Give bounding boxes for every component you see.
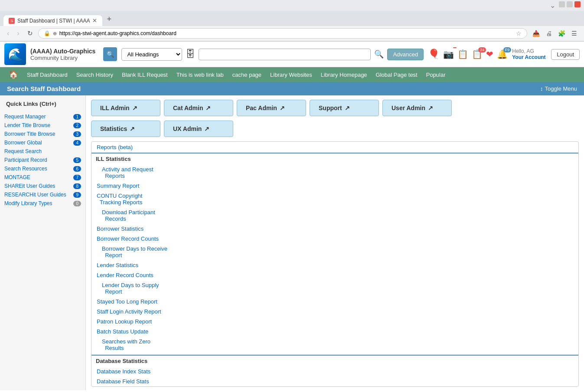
lender-statistics-link[interactable]: Lender Statistics (91, 260, 578, 270)
sidebar-link-request-search[interactable]: Request Search (4, 148, 42, 154)
borrower-days-link[interactable]: Borrower Days to Receive Report (91, 244, 578, 260)
toggle-menu-button[interactable]: ↕ Toggle Menu (540, 85, 577, 92)
activity-request-link[interactable]: Activity and Request Reports (91, 164, 578, 181)
logout-button[interactable]: Logout (551, 49, 580, 60)
patron-lookup-link[interactable]: Patron Lookup Report (91, 317, 578, 327)
batch-status-link[interactable]: Batch Status Update (91, 327, 578, 336)
maximize-button[interactable] (567, 1, 573, 7)
sidebar-link-montage[interactable]: MONTAGE (4, 174, 30, 180)
pac-admin-label: Pac Admin (246, 105, 277, 111)
lender-days-link[interactable]: Lender Days to Supply Report (91, 280, 578, 297)
user-admin-button[interactable]: User Admin ↗ (382, 100, 452, 116)
sidebar-item-search-resources[interactable]: Search Resources 6 (3, 164, 82, 173)
header-icons: 🎈 📷 📋 📋 24 ❤ 🔔 F9 (428, 49, 508, 60)
extensions-button[interactable]: 🧩 (555, 29, 568, 38)
sidebar-badge-5: 5 (73, 157, 81, 163)
nav-blank-ill[interactable]: Blank ILL Request (117, 69, 172, 81)
account-link[interactable]: Your Account (512, 54, 547, 60)
nav-global-page[interactable]: Global Page test (372, 69, 422, 81)
sidebar-item-lender-title[interactable]: Lender Title Browse 2 (3, 121, 82, 130)
db-field-stats-link[interactable]: Database Field Stats (91, 376, 578, 386)
sidebar-link-participant[interactable]: Participant Record (4, 157, 47, 163)
reload-button[interactable]: ↻ (25, 28, 36, 39)
sidebar-item-montage[interactable]: MONTAGE 7 (3, 173, 82, 182)
sidebar-link-search-resources[interactable]: Search Resources (4, 166, 47, 172)
sidebar-link-shareit[interactable]: SHAREit User Guides (4, 183, 55, 189)
nav-library-websites[interactable]: Library Websites (266, 69, 316, 81)
nav-staff-dashboard[interactable]: Staff Dashboard (23, 69, 72, 81)
back-button[interactable]: ‹ (4, 28, 12, 39)
sidebar-badge-6: 6 (73, 166, 81, 172)
database-icon[interactable]: 🗄 (184, 49, 197, 60)
address-bar[interactable]: 🔒 ⊕ ☆ (38, 28, 527, 39)
searches-zero-link[interactable]: Searches with Zero Results (91, 336, 578, 353)
support-button[interactable]: Support ↗ (310, 100, 379, 116)
borrower-record-counts-link[interactable]: Borrower Record Counts (91, 234, 578, 244)
sidebar-link-lender-title[interactable]: Lender Title Browse (4, 122, 50, 128)
ux-admin-button[interactable]: UX Admin ↗ (164, 121, 233, 137)
contu-copyright-link[interactable]: CONTU Copyright Tracking Reports (91, 191, 578, 207)
print-button[interactable]: 🖨 (543, 29, 555, 38)
minimize-button[interactable] (559, 1, 565, 7)
camera-icon[interactable]: 📷 (443, 49, 454, 59)
new-tab-button[interactable]: + (102, 13, 116, 26)
search-submit-button[interactable]: 🔍 (372, 48, 385, 61)
stayed-too-long-link[interactable]: Stayed Too Long Report (91, 297, 578, 307)
list-icon[interactable]: 📋 (457, 49, 468, 59)
dashboard-banner: Search Staff Dashboard ↕ Toggle Menu (0, 82, 584, 95)
balloon-icon[interactable]: 🎈 (428, 49, 440, 60)
tab-close-button[interactable]: ✕ (92, 17, 97, 24)
app-navbar: 🏠 Staff Dashboard Search History Blank I… (0, 67, 584, 82)
sidebar-item-shareit[interactable]: SHAREit User Guides 8 (3, 182, 82, 190)
star-icon[interactable]: ☆ (516, 30, 522, 37)
browser-tab[interactable]: S Staff Dashboard | STWI | AAAA ✕ (3, 15, 102, 26)
staff-login-link[interactable]: Staff Login Activity Report (91, 307, 578, 317)
pac-admin-button[interactable]: Pac Admin ↗ (237, 100, 306, 116)
heading-select[interactable]: All Headings (121, 48, 182, 61)
sidebar-item-modify-library[interactable]: Modify Library Types 0 (3, 199, 82, 208)
borrower-statistics-link[interactable]: Borrower Statistics (91, 224, 578, 234)
chevron-down-icon[interactable]: ⌄ (548, 1, 557, 10)
heart-icon[interactable]: ❤ (486, 49, 493, 59)
sidebar-badge-4: 4 (73, 140, 81, 146)
toggle-menu-label: Toggle Menu (545, 85, 577, 92)
summary-report-link[interactable]: Summary Report (91, 181, 578, 191)
statistics-button[interactable]: Statistics ↗ (91, 121, 160, 137)
ill-admin-button[interactable]: ILL Admin ↗ (91, 100, 160, 116)
nav-weblink[interactable]: This is web link lab (172, 69, 228, 81)
cat-admin-button[interactable]: Cat Admin ↗ (164, 100, 233, 116)
menu-button[interactable]: ☰ (569, 29, 580, 38)
sidebar-item-researchit[interactable]: RESEARCHit User Guides 9 (3, 190, 82, 199)
sidebar-item-request-manager[interactable]: Request Manager 1 (3, 112, 82, 121)
sidebar-link-borrower-global[interactable]: Borrower Global (4, 140, 42, 146)
nav-search-history[interactable]: Search History (72, 69, 117, 81)
advanced-search-button[interactable]: Advanced (387, 49, 424, 60)
bell-icon[interactable]: 🔔 F9 (497, 49, 508, 59)
search-icon-button[interactable]: 🔍 (103, 47, 117, 61)
lender-record-counts-link[interactable]: Lender Record Counts (91, 270, 578, 280)
search-input[interactable] (199, 49, 371, 60)
close-button[interactable] (574, 1, 581, 7)
sidebar-item-participant[interactable]: Participant Record 5 (3, 156, 82, 164)
download-participant-link[interactable]: Download Participant Records (91, 207, 578, 224)
sidebar-link-borrower-title[interactable]: Borrower Title Browse (4, 131, 55, 137)
reports-beta-link[interactable]: Reports (beta) (91, 142, 578, 153)
sidebar-link-researchit[interactable]: RESEARCHit User Guides (4, 192, 66, 198)
home-icon[interactable]: 🏠 (4, 67, 23, 82)
protocol-indicator: ⊕ (53, 31, 57, 36)
sidebar-link-request-manager[interactable]: Request Manager (4, 114, 46, 120)
sidebar-item-request-search[interactable]: Request Search (3, 147, 82, 156)
nav-library-homepage[interactable]: Library Homepage (316, 69, 372, 81)
sidebar-item-borrower-title[interactable]: Borrower Title Browse 3 (3, 130, 82, 138)
sidebar-item-borrower-global[interactable]: Borrower Global 4 (3, 138, 82, 147)
sidebar-link-modify-library[interactable]: Modify Library Types (4, 200, 52, 206)
badge-f9: F9 (503, 47, 512, 52)
statistics-label: Statistics (100, 125, 127, 132)
url-input[interactable] (59, 30, 513, 36)
forward-button[interactable]: › (14, 28, 22, 39)
pocket-button[interactable]: 📥 (530, 29, 542, 38)
nav-popular[interactable]: Popular (422, 69, 450, 81)
badge-24-icon[interactable]: 📋 24 (472, 49, 483, 59)
db-index-stats-link[interactable]: Database Index Stats (91, 366, 578, 376)
nav-cache[interactable]: cache page (228, 69, 266, 81)
